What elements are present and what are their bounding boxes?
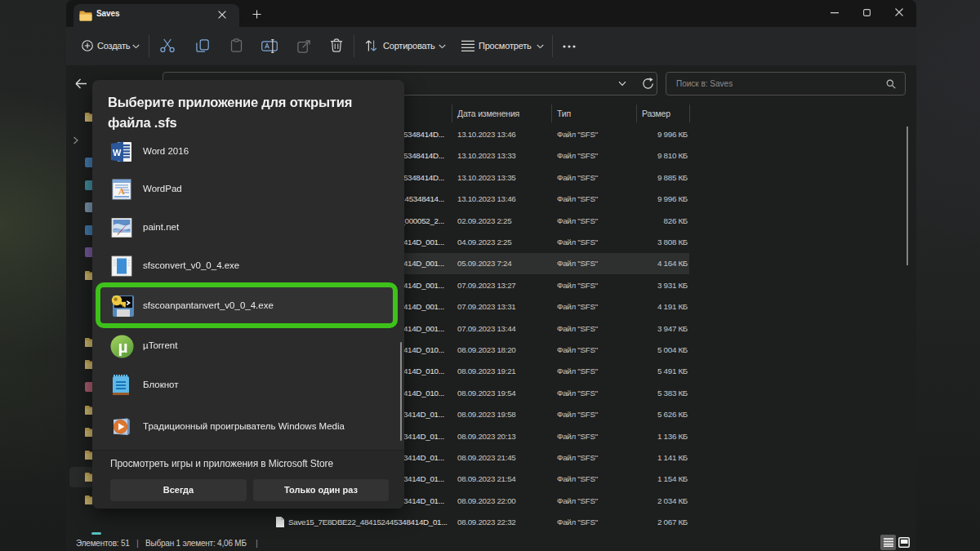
svg-text:W: W bbox=[113, 148, 122, 158]
svg-text:µ: µ bbox=[118, 337, 127, 356]
svg-text:A: A bbox=[118, 186, 125, 196]
